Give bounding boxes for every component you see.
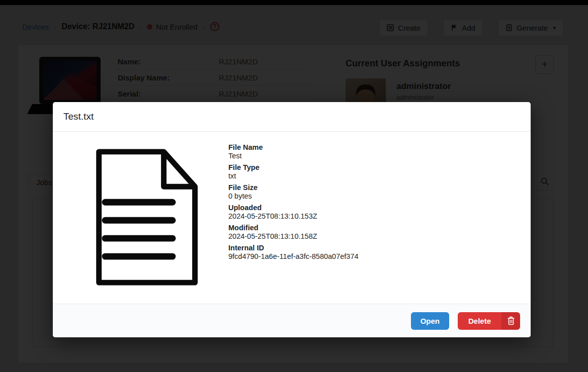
file-field: Modified 2024-05-25T08:13:10.158Z bbox=[228, 224, 359, 241]
delete-button[interactable]: Delete bbox=[458, 312, 520, 330]
field-value: Test bbox=[228, 152, 359, 160]
field-value: 2024-05-25T08:13:10.158Z bbox=[228, 232, 359, 241]
file-field: File Name Test bbox=[228, 143, 359, 160]
modal-body: File Name Test File Type txt File Size 0… bbox=[53, 132, 531, 304]
modal-header: Test.txt bbox=[53, 102, 531, 132]
field-label: Modified bbox=[228, 224, 359, 232]
field-label: File Type bbox=[228, 163, 359, 172]
file-field: File Type txt bbox=[228, 163, 359, 180]
field-value: 9fcd4790-1a6e-11ef-a3fc-8580a07ef374 bbox=[228, 252, 359, 261]
file-fields: File Name Test File Type txt File Size 0… bbox=[228, 143, 359, 264]
file-field: File Size 0 bytes bbox=[228, 183, 359, 201]
modal-footer: Open Delete bbox=[53, 304, 531, 337]
field-label: Uploaded bbox=[228, 204, 359, 212]
trash-icon bbox=[501, 312, 520, 330]
file-detail-modal: Test.txt File Name Test Fi bbox=[53, 102, 531, 337]
field-label: File Size bbox=[228, 183, 359, 192]
field-value: txt bbox=[228, 172, 359, 180]
screen: Devices › Device: RJ21NM2D › Not Enrolle… bbox=[0, 0, 588, 372]
field-label: File Name bbox=[228, 143, 359, 152]
file-document-icon bbox=[76, 142, 201, 295]
modal-title: Test.txt bbox=[63, 111, 94, 122]
field-value: 0 bytes bbox=[228, 192, 359, 201]
field-label: Internal ID bbox=[228, 244, 359, 252]
file-field: Internal ID 9fcd4790-1a6e-11ef-a3fc-8580… bbox=[228, 244, 359, 261]
field-value: 2024-05-25T08:13:10.153Z bbox=[228, 212, 359, 221]
file-field: Uploaded 2024-05-25T08:13:10.153Z bbox=[228, 204, 359, 221]
delete-button-label: Delete bbox=[458, 312, 501, 330]
open-button[interactable]: Open bbox=[411, 312, 449, 330]
